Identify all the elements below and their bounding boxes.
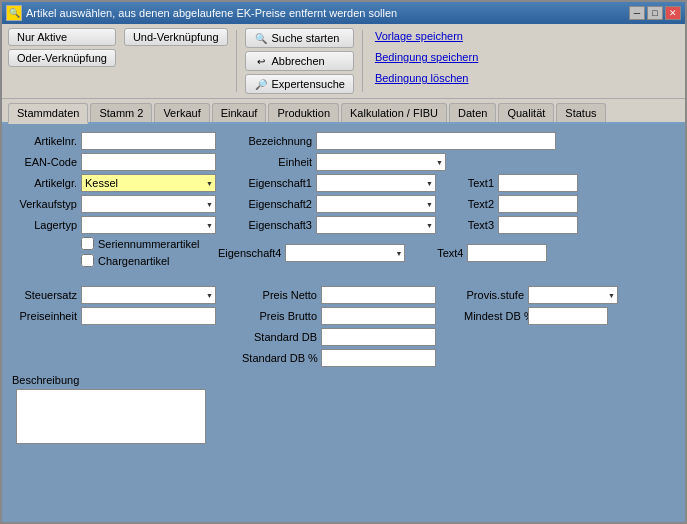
- label-verkaufstyp: Verkaufstyp: [12, 198, 77, 210]
- suche-starten-button[interactable]: 🔍 Suche starten: [245, 28, 354, 48]
- row-standard-db-pct: Standard DB %: [12, 349, 675, 367]
- expertensuche-button[interactable]: 🔎 Expertensuche: [245, 74, 354, 94]
- tab-daten[interactable]: Daten: [449, 103, 496, 122]
- nur-aktive-label: Nur Aktive: [17, 31, 67, 43]
- label-eigenschaft4: Eigenschaft4: [211, 247, 281, 259]
- select-lagertyp-wrapper: [81, 216, 216, 234]
- input-ean[interactable]: [81, 153, 216, 171]
- select-eigenschaft1-wrapper: [316, 174, 436, 192]
- app-icon: 🔍: [6, 5, 22, 21]
- label-chargen: Chargenartikel: [98, 255, 170, 267]
- label-steuersatz: Steuersatz: [12, 289, 77, 301]
- expert-icon: 🔎: [254, 77, 268, 91]
- input-text3[interactable]: [498, 216, 578, 234]
- input-text2[interactable]: [498, 195, 578, 213]
- input-preiseinheit[interactable]: [81, 307, 216, 325]
- abbrechen-button[interactable]: ↩ Abbrechen: [245, 51, 354, 71]
- select-eigenschaft3[interactable]: [316, 216, 436, 234]
- label-bezeichnung: Bezeichnung: [242, 135, 312, 147]
- row-ean: EAN-Code Einheit: [12, 153, 675, 171]
- label-ean: EAN-Code: [12, 156, 77, 168]
- toolbar-col-1: Nur Aktive Oder-Verknüpfung: [8, 28, 116, 67]
- select-lagertyp[interactable]: [81, 216, 216, 234]
- abbrechen-label: Abbrechen: [272, 55, 325, 67]
- maximize-button[interactable]: □: [647, 6, 663, 20]
- tab-einkauf[interactable]: Einkauf: [212, 103, 267, 122]
- search-start-icon: 🔍: [254, 31, 268, 45]
- select-eigenschaft2-wrapper: [316, 195, 436, 213]
- label-standard-db-pct: Standard DB %: [242, 352, 317, 364]
- window-title: Artikel auswählen, aus denen abgelaufene…: [26, 7, 397, 19]
- select-einheit-wrapper: [316, 153, 446, 171]
- row-lagertyp: Lagertyp Eigenschaft3 Text3: [12, 216, 675, 234]
- minimize-button[interactable]: ─: [629, 6, 645, 20]
- row-steuersatz: Steuersatz Preis Netto Provis.stufe: [12, 286, 675, 304]
- tab-stamm2[interactable]: Stamm 2: [90, 103, 152, 122]
- input-mindest-db[interactable]: [528, 307, 608, 325]
- label-mindest-db: Mindest DB %: [464, 310, 524, 322]
- input-preis-brutto[interactable]: [321, 307, 436, 325]
- input-standard-db-pct[interactable]: [321, 349, 436, 367]
- nur-aktive-button[interactable]: Nur Aktive: [8, 28, 116, 46]
- checkbox-seriennr[interactable]: [81, 237, 94, 250]
- row-artikelnr: Artikelnr. Bezeichnung: [12, 132, 675, 150]
- suche-starten-label: Suche starten: [272, 32, 340, 44]
- select-artikelgr[interactable]: Kessel: [81, 174, 216, 192]
- select-provis-stufe-wrapper: [528, 286, 618, 304]
- select-eigenschaft3-wrapper: [316, 216, 436, 234]
- input-text4[interactable]: [467, 244, 547, 262]
- main-window: 🔍 Artikel auswählen, aus denen abgelaufe…: [0, 0, 687, 524]
- row-beschreibung: Beschreibung: [12, 374, 675, 386]
- input-bezeichnung[interactable]: [316, 132, 556, 150]
- oder-verknuepfung-label: Oder-Verknüpfung: [17, 52, 107, 64]
- label-einheit: Einheit: [242, 156, 312, 168]
- cancel-icon: ↩: [254, 54, 268, 68]
- tab-kalkulation[interactable]: Kalkulation / FIBU: [341, 103, 447, 122]
- select-eigenschaft4[interactable]: [285, 244, 405, 262]
- label-eigenschaft3: Eigenschaft3: [242, 219, 312, 231]
- select-eigenschaft1[interactable]: [316, 174, 436, 192]
- tab-status[interactable]: Status: [556, 103, 605, 122]
- tab-verkauf[interactable]: Verkauf: [154, 103, 209, 122]
- label-eigenschaft2: Eigenschaft2: [242, 198, 312, 210]
- input-preis-netto[interactable]: [321, 286, 436, 304]
- row-preiseinheit: Preiseinheit Preis Brutto Mindest DB %: [12, 307, 675, 325]
- select-verkaufstyp[interactable]: [81, 195, 216, 213]
- checkboxes-col: Seriennummerartikel Chargenartikel: [81, 237, 199, 269]
- row-standard-db: Standard DB: [12, 328, 675, 346]
- textarea-beschreibung[interactable]: [16, 389, 206, 444]
- tab-stammdaten[interactable]: Stammdaten: [8, 103, 88, 124]
- tab-produktion[interactable]: Produktion: [268, 103, 339, 122]
- label-artikelgr: Artikelgr.: [12, 177, 77, 189]
- title-bar-buttons: ─ □ ✕: [629, 6, 681, 20]
- checkbox-chargen[interactable]: [81, 254, 94, 267]
- bedingung-speichern-link[interactable]: Bedingung speichern: [371, 49, 482, 65]
- und-verknuepfung-button[interactable]: Und-Verknüpfung: [124, 28, 228, 46]
- select-steuersatz[interactable]: [81, 286, 216, 304]
- toolbar: Nur Aktive Oder-Verknüpfung Und-Verknüpf…: [2, 24, 685, 99]
- label-provis-stufe: Provis.stufe: [464, 289, 524, 301]
- bedingung-loeschen-link[interactable]: Bedingung löschen: [371, 70, 482, 86]
- select-eigenschaft2[interactable]: [316, 195, 436, 213]
- input-standard-db[interactable]: [321, 328, 436, 346]
- row-verkaufstyp: Verkaufstyp Eigenschaft2 Text2: [12, 195, 675, 213]
- label-text1: Text1: [464, 177, 494, 189]
- select-einheit[interactable]: [316, 153, 446, 171]
- toolbar-col-3: 🔍 Suche starten ↩ Abbrechen 🔎 Expertensu…: [245, 28, 354, 94]
- label-preis-netto: Preis Netto: [242, 289, 317, 301]
- input-artikelnr[interactable]: [81, 132, 216, 150]
- row-artikelgr: Artikelgr. Kessel Eigenschaft1 Text1: [12, 174, 675, 192]
- checkbox-row-seriennr: Seriennummerartikel: [81, 237, 199, 250]
- toolbar-links: Vorlage speichern Bedingung speichern Be…: [371, 28, 482, 86]
- select-provis-stufe[interactable]: [528, 286, 618, 304]
- close-button[interactable]: ✕: [665, 6, 681, 20]
- select-steuersatz-wrapper: [81, 286, 216, 304]
- input-text1[interactable]: [498, 174, 578, 192]
- label-eigenschaft1: Eigenschaft1: [242, 177, 312, 189]
- select-verkaufstyp-wrapper: [81, 195, 216, 213]
- vorlage-speichern-link[interactable]: Vorlage speichern: [371, 28, 482, 44]
- row-checkboxes: Seriennummerartikel Chargenartikel Eigen…: [12, 237, 675, 269]
- tab-qualitaet[interactable]: Qualität: [498, 103, 554, 122]
- title-bar: 🔍 Artikel auswählen, aus denen abgelaufe…: [2, 2, 685, 24]
- oder-verknuepfung-button[interactable]: Oder-Verknüpfung: [8, 49, 116, 67]
